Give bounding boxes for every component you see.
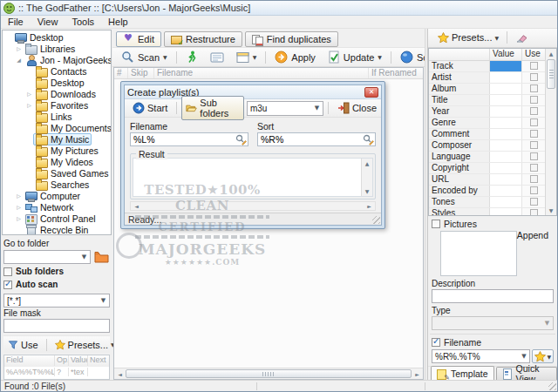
scroll-down-arrow[interactable]: ▼ <box>362 186 372 196</box>
tag-field-use-cell[interactable] <box>522 72 545 83</box>
vertical-scrollbar[interactable]: ▲ ▼ <box>545 49 556 215</box>
picture-preview-box[interactable] <box>440 231 517 276</box>
tree-expander-icon[interactable]: ▷ <box>25 91 33 97</box>
tag-field-value-cell[interactable] <box>490 72 522 83</box>
horizontal-scrollbar[interactable]: ◄ ► <box>130 201 376 211</box>
mode-tab[interactable]: Find duplicates <box>245 31 338 47</box>
tag-field-row[interactable]: Language <box>429 152 545 163</box>
update-button[interactable]: Update ▼ <box>323 49 387 65</box>
tag-field-use-cell[interactable] <box>522 129 545 139</box>
tag-field-row[interactable]: Styles <box>429 208 545 216</box>
tag-field-row[interactable]: Genre <box>429 118 545 129</box>
horizontal-scrollbar[interactable]: ◄ ► <box>114 368 423 379</box>
use-checkbox[interactable] <box>530 130 538 138</box>
clear-tags-button[interactable] <box>511 31 533 44</box>
tree-item[interactable]: Links <box>3 111 111 122</box>
chevron-down-icon[interactable]: ▼ <box>311 105 323 112</box>
panel-tab[interactable]: Template <box>431 366 494 380</box>
sub-folders-checkbox[interactable] <box>3 267 12 276</box>
auto-scan-checkbox[interactable] <box>3 280 12 289</box>
append-button[interactable]: Append <box>517 230 548 240</box>
apply-button[interactable]: Apply <box>269 49 321 65</box>
browse-folder-button[interactable] <box>92 249 110 264</box>
tree-item[interactable]: My Pictures <box>3 145 111 156</box>
chevron-down-icon[interactable]: ▼ <box>98 297 109 304</box>
scroll-right-arrow[interactable]: ► <box>412 368 423 379</box>
tree-expander-icon[interactable]: ▷ <box>15 204 23 210</box>
use-checkbox[interactable] <box>530 186 538 194</box>
file-mask-input[interactable] <box>3 319 110 333</box>
tree-expander-icon[interactable]: ◢ <box>15 57 23 63</box>
pictures-checkbox[interactable] <box>432 220 440 228</box>
chevron-down-icon[interactable]: ▼ <box>378 54 382 60</box>
scroll-down-arrow[interactable]: ▼ <box>546 205 556 215</box>
tree-item[interactable]: ▷ Computer <box>3 190 111 201</box>
go-to-folder-combobox[interactable]: ▼ <box>3 250 91 264</box>
tree-item[interactable]: My Videos <box>3 156 111 167</box>
filename-presets-button[interactable]: ▼ <box>532 349 554 363</box>
use-checkbox[interactable] <box>530 198 538 206</box>
scroll-left-arrow[interactable]: ◄ <box>131 202 142 210</box>
scrollbar-thumb[interactable] <box>547 59 555 89</box>
search-edit-icon[interactable] <box>235 134 247 145</box>
menu-item[interactable]: Tools <box>65 17 101 27</box>
menu-item[interactable]: File <box>1 17 31 27</box>
tag-field-row[interactable]: Copyright <box>429 163 545 174</box>
tag-field-use-cell[interactable] <box>522 197 545 207</box>
tree-expander-icon[interactable]: ▷ <box>15 193 23 199</box>
tag-field-use-cell[interactable] <box>522 118 545 128</box>
tag-field-value-cell[interactable] <box>490 197 522 207</box>
use-checkbox[interactable] <box>530 96 538 104</box>
playlist-sort-input[interactable] <box>257 132 376 146</box>
tag-field-value-cell[interactable] <box>490 163 522 173</box>
use-checkbox[interactable] <box>530 118 538 126</box>
tag-field-use-cell[interactable] <box>522 84 545 94</box>
use-checkbox[interactable] <box>530 62 538 70</box>
tree-item[interactable]: Saved Games <box>3 167 111 179</box>
tag-field-value-cell[interactable] <box>490 174 522 185</box>
scan-button[interactable]: Scan ▼ <box>116 49 173 65</box>
use-checkbox[interactable] <box>530 107 538 115</box>
dialog-close-button[interactable]: ✕ <box>364 87 378 98</box>
use-checkbox[interactable] <box>530 73 538 81</box>
use-checkbox[interactable] <box>530 209 538 216</box>
tree-expander-icon[interactable]: ▷ <box>15 215 23 221</box>
tag-field-row[interactable]: Title <box>429 95 545 106</box>
tag-field-value-cell[interactable] <box>490 106 522 117</box>
tree-item[interactable]: Searches <box>3 179 111 190</box>
tree-item[interactable]: ▷ Downloads <box>3 88 111 99</box>
column-skip[interactable]: Skip <box>128 68 154 78</box>
tag-field-value-cell[interactable] <box>490 129 522 139</box>
tag-field-use-cell[interactable] <box>522 208 545 216</box>
tag-field-use-cell[interactable] <box>522 95 545 105</box>
search-edit-icon[interactable] <box>363 134 374 145</box>
tag-field-row[interactable]: Artist <box>429 72 545 84</box>
scroll-right-arrow[interactable]: ► <box>364 202 375 210</box>
use-checkbox[interactable] <box>530 164 538 172</box>
dialog-sub-folders-toggle[interactable]: Sub folders <box>181 96 244 120</box>
tree-item[interactable]: ▷ Control Panel <box>3 213 111 224</box>
tree-item[interactable]: ▷ Network <box>3 201 111 213</box>
tag-field-value-cell[interactable] <box>490 118 522 128</box>
tree-item[interactable]: ◢ Jon - MajorGeeks <box>3 54 111 65</box>
resize-grip[interactable] <box>548 382 556 390</box>
tag-field-use-cell[interactable] <box>522 186 545 196</box>
panel-tab[interactable]: Quick View <box>496 367 557 380</box>
menu-item[interactable]: View <box>31 17 65 27</box>
tag-field-value-cell[interactable] <box>490 84 522 94</box>
tag-field-value-cell[interactable] <box>490 61 522 71</box>
tree-item[interactable]: Contacts <box>3 65 111 77</box>
filename-template-combobox[interactable]: %R%.%T% ▼ <box>432 349 530 363</box>
tree-item[interactable]: My Music <box>3 133 111 145</box>
tag-field-row[interactable]: URL <box>429 174 545 186</box>
tag-field-row[interactable]: Composer <box>429 140 545 152</box>
tag-field-use-cell[interactable] <box>522 152 545 162</box>
mode-tab[interactable]: Restructure <box>164 31 242 47</box>
filter-presets-button[interactable]: Presets... ▼ <box>51 338 119 352</box>
use-checkbox[interactable] <box>530 84 538 92</box>
resize-grip[interactable] <box>372 216 380 224</box>
column-filename[interactable]: Filename <box>154 68 369 78</box>
use-filter-button[interactable]: Use <box>3 338 43 352</box>
result-text-area[interactable] <box>133 159 361 196</box>
chevron-down-icon[interactable]: ▼ <box>163 54 167 60</box>
